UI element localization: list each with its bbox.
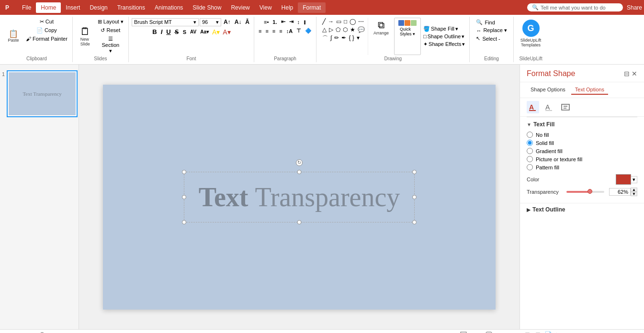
stepper-down[interactable]: ▼ <box>631 192 637 196</box>
shape-line[interactable]: ╱ <box>321 18 327 25</box>
layout-button[interactable]: ⊞ Layout ▾ <box>96 18 125 26</box>
handle-mr[interactable] <box>412 195 417 199</box>
tab-shape-options[interactable]: Shape Options <box>527 85 569 95</box>
text-direction-button[interactable]: ↕A <box>285 27 294 35</box>
font-size-selector[interactable]: 96 ▾ <box>200 18 221 26</box>
shape-more[interactable]: ⋯ <box>357 18 365 25</box>
text-style-icon[interactable]: A <box>543 101 555 113</box>
menu-review[interactable]: Review <box>226 2 254 13</box>
text-box-icon[interactable] <box>559 101 572 113</box>
radio-solid-fill[interactable]: Solid fill <box>527 140 637 146</box>
radio-picture-fill-input[interactable] <box>527 156 533 162</box>
clear-format-button[interactable]: Ā <box>244 18 251 26</box>
menu-home[interactable]: Home <box>36 2 61 13</box>
shape-pentagon[interactable]: ⬠ <box>335 26 341 33</box>
menu-animations[interactable]: Animations <box>150 2 188 13</box>
cut-button[interactable]: ✂ Cut <box>24 18 69 26</box>
menu-format[interactable]: Format <box>298 2 326 13</box>
shape-rect[interactable]: ▭ <box>335 18 342 25</box>
menu-transitions[interactable]: Transitions <box>113 2 150 13</box>
quick-styles-button[interactable]: QuickStyles ▾ <box>394 18 421 55</box>
shape-effects-button[interactable]: ✦ Shape Effects ▾ <box>422 41 466 48</box>
numbering-button[interactable]: 1. <box>271 18 278 26</box>
share-button[interactable]: Share <box>627 4 642 11</box>
text-fill-header[interactable]: ▼ Text Fill <box>527 121 637 128</box>
zoom-out-button[interactable]: － <box>567 331 574 333</box>
shadow-button[interactable]: S <box>181 28 188 36</box>
copy-button[interactable]: 📄 Copy <box>24 26 69 34</box>
justify-button[interactable]: ≡ <box>278 27 283 35</box>
radio-no-fill[interactable]: No fill <box>527 132 637 138</box>
align-text-button[interactable]: ⊤ <box>295 27 303 35</box>
panel-undock-button[interactable]: ⊟ <box>624 70 630 78</box>
arrange-button[interactable]: ⧉ Arrange <box>369 18 393 55</box>
shape-callout[interactable]: 💬 <box>357 26 366 33</box>
shape-freeform[interactable]: ✏ <box>333 34 340 43</box>
font-name-selector[interactable]: Brush Script MT ▾ <box>132 18 199 26</box>
slide-sorter-button[interactable]: ⊟ <box>533 331 542 333</box>
shape-hex[interactable]: ⬡ <box>342 26 349 33</box>
bullets-button[interactable]: ≡• <box>262 18 270 26</box>
slide-area[interactable]: ↻ Text Transparency <box>103 85 496 310</box>
reading-view-button[interactable]: 📄 <box>543 331 553 333</box>
menu-view[interactable]: View <box>255 2 277 13</box>
bold-button[interactable]: B <box>151 27 158 36</box>
shape-tri[interactable]: △ <box>321 26 328 33</box>
handle-tr[interactable] <box>412 170 417 174</box>
smartart-button[interactable]: 🔷 <box>304 27 313 35</box>
menu-design[interactable]: Design <box>85 2 112 13</box>
font-color-button[interactable]: A▾ <box>223 28 230 36</box>
replace-button[interactable]: ↔ Replace ▾ <box>475 27 508 34</box>
align-left-button[interactable]: ≡ <box>257 27 263 35</box>
radio-no-fill-input[interactable] <box>527 132 533 138</box>
transparency-slider[interactable] <box>566 191 604 193</box>
align-center-button[interactable]: ≡ <box>264 27 270 35</box>
shape-ellipse[interactable]: ◯ <box>349 18 357 25</box>
section-button[interactable]: ☰ Section ▾ <box>96 35 125 55</box>
shape-expand[interactable]: ▾ <box>356 34 361 43</box>
handle-tl[interactable] <box>182 170 186 174</box>
handle-br[interactable] <box>412 220 417 224</box>
comments-button[interactable]: Comments <box>486 332 519 333</box>
transparency-value[interactable]: 62% <box>609 188 631 196</box>
slideuplift-icon[interactable]: G <box>522 20 540 37</box>
reset-button[interactable]: ↺ Reset <box>96 26 125 34</box>
align-right-button[interactable]: ≡ <box>271 27 277 35</box>
shape-arc[interactable]: ⌒ <box>321 34 329 43</box>
handle-ml[interactable] <box>182 195 186 199</box>
radio-pattern-fill[interactable]: Pattern fill <box>527 164 637 170</box>
color-selector[interactable]: ▾ <box>616 174 637 185</box>
char-spacing-button[interactable]: AV <box>189 28 198 35</box>
menu-insert[interactable]: Insert <box>61 2 85 13</box>
radio-solid-fill-input[interactable] <box>527 140 533 146</box>
menu-slideshow[interactable]: Slide Show <box>188 2 226 13</box>
stepper-up[interactable]: ▲ <box>631 188 637 192</box>
columns-button[interactable]: ⫿ <box>302 18 308 26</box>
color-dropdown-button[interactable]: ▾ <box>631 176 637 183</box>
format-painter-button[interactable]: 🖌 Format Painter <box>24 35 69 43</box>
shape-star[interactable]: ★ <box>349 26 356 33</box>
tell-me-box[interactable]: 🔍 Tell me what you want to do <box>527 3 623 11</box>
handle-bc[interactable] <box>297 220 302 224</box>
text-box[interactable]: Text Transparency <box>184 172 415 222</box>
rotate-handle[interactable]: ↻ <box>296 159 303 166</box>
new-slide-button[interactable]: 🗒 NewSlide <box>76 18 95 55</box>
text-box-wrapper[interactable]: ↻ Text Transparency <box>184 172 415 222</box>
shape-fill-button[interactable]: 🪣 Shape Fill ▾ <box>422 25 466 33</box>
radio-pattern-fill-input[interactable] <box>527 164 533 170</box>
increase-indent-button[interactable]: ⇥ <box>288 18 295 26</box>
normal-view-button[interactable]: ⊞ <box>522 331 532 333</box>
shape-rtri[interactable]: ▷ <box>328 26 334 33</box>
radio-picture-fill[interactable]: Picture or texture fill <box>527 156 637 162</box>
handle-tc[interactable] <box>297 170 302 174</box>
panel-close-button[interactable]: ✕ <box>632 70 637 78</box>
italic-button[interactable]: I <box>159 27 164 36</box>
paste-button[interactable]: 📋 Paste <box>4 18 23 55</box>
shape-rect2[interactable]: □ <box>343 18 348 25</box>
increase-font-button[interactable]: A↑ <box>222 18 232 26</box>
handle-bl[interactable] <box>182 220 186 224</box>
tab-text-options[interactable]: Text Options <box>571 85 608 95</box>
change-case-button[interactable]: Aa▾ <box>199 28 210 35</box>
highlight-color-button[interactable]: A▾ <box>212 28 220 36</box>
shape-arrow[interactable]: → <box>327 18 335 25</box>
